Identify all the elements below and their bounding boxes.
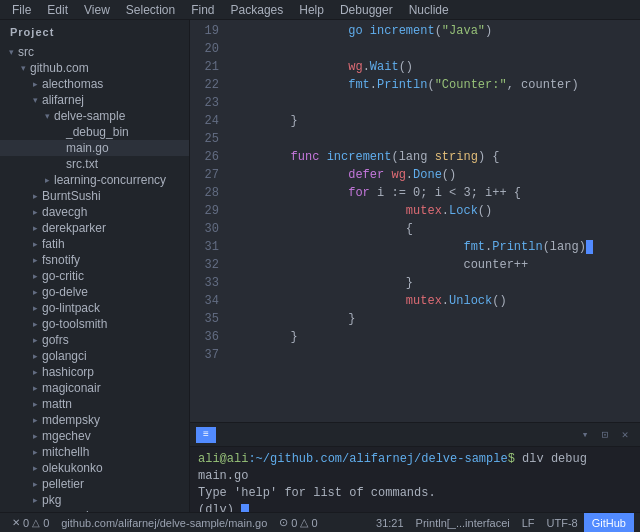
terminal-expand-button[interactable]: ⊡ [596, 426, 614, 444]
code-line-34: mutex.Unlock() [233, 292, 640, 310]
arrow-icon: ▸ [28, 271, 42, 281]
filepath-text: github.com/alifarnej/delve-sample/main.g… [61, 517, 267, 529]
arrow-icon: ▾ [16, 63, 30, 73]
tree-label: fsnotify [42, 253, 80, 267]
code-line-28: for i := 0; i < 3; i++ { [233, 184, 640, 202]
terminal-prompt-suffix: $ [508, 452, 515, 466]
tree-item-pkg[interactable]: ▸pkg [0, 492, 189, 508]
line-number-32: 32 [190, 256, 219, 274]
github-label: GitHub [592, 517, 626, 529]
tree-item-fatih[interactable]: ▸fatih [0, 236, 189, 252]
tree-item-src.txt[interactable]: src.txt [0, 156, 189, 172]
menu-bar: FileEditViewSelectionFindPackagesHelpDeb… [0, 0, 640, 20]
tree-item-davecgh[interactable]: ▸davecgh [0, 204, 189, 220]
code-line-23 [233, 94, 640, 112]
tree-item-alecthomas[interactable]: ▸alecthomas [0, 76, 189, 92]
warning-icon: △ [32, 517, 40, 528]
tree-label: main.go [66, 141, 109, 155]
code-line-36: } [233, 328, 640, 346]
git-warnings: 0 [311, 517, 317, 529]
tree-label: mitchellh [42, 445, 89, 459]
status-filepath[interactable]: github.com/alifarnej/delve-sample/main.g… [55, 517, 273, 529]
tree-item-learning-concurrency[interactable]: ▸learning-concurrency [0, 172, 189, 188]
arrow-icon: ▸ [28, 495, 42, 505]
tree-item-pelletier[interactable]: ▸pelletier [0, 476, 189, 492]
code-line-25 [233, 130, 640, 148]
tree-label: fatih [42, 237, 65, 251]
tree-item-mdempsky[interactable]: ▸mdempsky [0, 412, 189, 428]
tree-label: alifarnej [42, 93, 84, 107]
code-line-22: fmt.Println("Counter:", counter) [233, 76, 640, 94]
indent-text: Println[_...interfacei [416, 517, 510, 529]
tree-item-derekparker[interactable]: ▸derekparker [0, 220, 189, 236]
code-line-21: wg.Wait() [233, 58, 640, 76]
tree-item-mgechev[interactable]: ▸mgechev [0, 428, 189, 444]
code-line-31: fmt.Println(lang) [233, 238, 640, 256]
menu-item-debugger[interactable]: Debugger [332, 0, 401, 19]
tree-item-delve-sample[interactable]: ▾delve-sample [0, 108, 189, 124]
terminal-prompt-user: ali@ali [198, 452, 248, 466]
tree-label: github.com [30, 61, 89, 75]
tree-item-hashicorp[interactable]: ▸hashicorp [0, 364, 189, 380]
tree-item-src[interactable]: ▾src [0, 44, 189, 60]
tree-label: _debug_bin [66, 125, 129, 139]
error-icon: ✕ [12, 517, 20, 528]
tree-label: src.txt [66, 157, 98, 171]
tree-item-mitchellh[interactable]: ▸mitchellh [0, 444, 189, 460]
status-position: 31:21 [370, 517, 410, 529]
tree-item-go-toolsmith[interactable]: ▸go-toolsmith [0, 316, 189, 332]
arrow-icon: ▸ [28, 239, 42, 249]
terminal-minimize-button[interactable]: ▾ [576, 426, 594, 444]
tree-item-github[interactable]: ▾github.com [0, 60, 189, 76]
tree-item-go-delve[interactable]: ▸go-delve [0, 284, 189, 300]
tree-item-go-lintpack[interactable]: ▸go-lintpack [0, 300, 189, 316]
menu-item-find[interactable]: Find [183, 0, 222, 19]
tree-label: hashicorp [42, 365, 94, 379]
status-errors[interactable]: ✕ 0 △ 0 [6, 517, 55, 529]
main-content: Project ▾src▾github.com▸alecthomas▾alifa… [0, 20, 640, 512]
status-github[interactable]: GitHub [584, 513, 634, 533]
menu-item-view[interactable]: View [76, 0, 118, 19]
tree-label: gofrs [42, 333, 69, 347]
terminal-content[interactable]: ali@ali:~/github.com/alifarnej/delve-sam… [190, 447, 640, 512]
position-text: 31:21 [376, 517, 404, 529]
terminal-output-text-1: Type 'help' for list of commands. [198, 486, 436, 500]
line-number-33: 33 [190, 274, 219, 292]
menu-item-packages[interactable]: Packages [223, 0, 292, 19]
line-number-24: 24 [190, 112, 219, 130]
tree-item-olekukonko[interactable]: ▸olekukonko [0, 460, 189, 476]
menu-item-nuclide[interactable]: Nuclide [401, 0, 457, 19]
arrow-icon: ▸ [28, 207, 42, 217]
tree-item-BurntSushi[interactable]: ▸BurntSushi [0, 188, 189, 204]
tree-label: go-critic [42, 269, 84, 283]
tree-item-main.go[interactable]: main.go [0, 140, 189, 156]
code-line-29: mutex.Lock() [233, 202, 640, 220]
arrow-icon: ▾ [4, 47, 18, 57]
tree-item-mattn[interactable]: ▸mattn [0, 396, 189, 412]
line-number-34: 34 [190, 292, 219, 310]
menu-item-edit[interactable]: Edit [39, 0, 76, 19]
arrow-icon: ▸ [28, 287, 42, 297]
tree-label: pkg [42, 493, 61, 507]
status-bar: ✕ 0 △ 0 github.com/alifarnej/delve-sampl… [0, 512, 640, 532]
terminal-line-1: ali@ali:~/github.com/alifarnej/delve-sam… [198, 451, 632, 485]
menu-item-selection[interactable]: Selection [118, 0, 183, 19]
menu-item-file[interactable]: File [4, 0, 39, 19]
tree-item-magiconair[interactable]: ▸magiconair [0, 380, 189, 396]
tree-label: golangci [42, 349, 87, 363]
code-content[interactable]: go increment("Java") wg.Wait() fmt.Print… [225, 20, 640, 422]
tree-item-go-critic[interactable]: ▸go-critic [0, 268, 189, 284]
tree-item-gofrs[interactable]: ▸gofrs [0, 332, 189, 348]
arrow-icon: ▸ [28, 223, 42, 233]
tree-item-fsnotify[interactable]: ▸fsnotify [0, 252, 189, 268]
code-line-27: defer wg.Done() [233, 166, 640, 184]
line-number-36: 36 [190, 328, 219, 346]
terminal-close-button[interactable]: ✕ [616, 426, 634, 444]
tree-item-alifarnej[interactable]: ▾alifarnej [0, 92, 189, 108]
line-number-19: 19 [190, 22, 219, 40]
tree-item-_debug_bin[interactable]: _debug_bin [0, 124, 189, 140]
menu-item-help[interactable]: Help [291, 0, 332, 19]
tree-item-golangci[interactable]: ▸golangci [0, 348, 189, 364]
code-line-19: go increment("Java") [233, 22, 640, 40]
tree-label: magiconair [42, 381, 101, 395]
